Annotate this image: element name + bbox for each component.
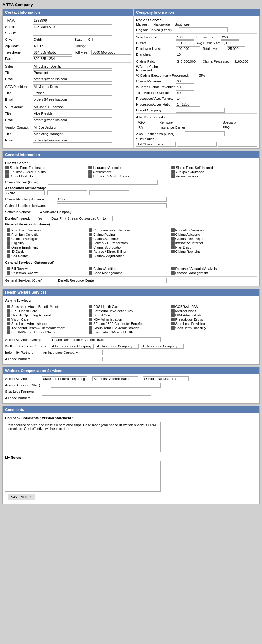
branches-value[interactable]: 10	[176, 52, 188, 57]
company-comments-textarea[interactable]	[5, 422, 161, 452]
checkbox[interactable]	[7, 309, 10, 313]
telephone-value[interactable]: 614-555-55555	[33, 50, 72, 55]
checkbox[interactable]	[89, 318, 92, 321]
checkbox[interactable]	[89, 271, 92, 275]
checkbox[interactable]	[171, 166, 175, 169]
employees-value[interactable]: 250	[221, 35, 239, 40]
bonded-value[interactable]: Yes	[36, 216, 48, 221]
title4-value[interactable]: Marketing Manager	[33, 131, 112, 136]
checkbox[interactable]	[5, 166, 9, 169]
sw-vendor-value[interactable]: A Software Company	[39, 210, 148, 214]
checkbox[interactable]	[7, 233, 10, 236]
partner-2[interactable]: An Insurance Company	[96, 344, 139, 349]
checkbox[interactable]	[7, 318, 10, 321]
checkbox[interactable]	[7, 245, 10, 249]
title2-value[interactable]: Owner	[33, 91, 112, 96]
checkbox[interactable]	[171, 322, 175, 325]
partner-1[interactable]: A Life Insurance Company	[51, 344, 94, 349]
checkbox[interactable]	[7, 326, 10, 330]
save-notes-button[interactable]: SAVE NOTES	[8, 494, 35, 500]
checkbox[interactable]	[171, 241, 175, 245]
city-value[interactable]: Dublin	[33, 37, 72, 42]
partner-3[interactable]: An Insurance Company	[141, 344, 184, 349]
checkbox[interactable]	[171, 271, 175, 275]
checkbox[interactable]	[89, 309, 92, 313]
checkbox[interactable]	[7, 250, 10, 253]
wcomp-rev-value[interactable]: $0	[176, 85, 194, 89]
wc-service-2[interactable]: Stop Loss Administration	[92, 376, 138, 381]
subsidiary-1[interactable]: 1st Choice Texas	[136, 142, 176, 147]
email2-value[interactable]: orders@freeerisa.com	[33, 97, 112, 102]
hardware-value[interactable]	[57, 203, 167, 208]
avg-client-value[interactable]: 1,000	[221, 40, 239, 45]
checkbox[interactable]	[89, 305, 92, 308]
checkbox[interactable]	[89, 241, 92, 245]
vendor-value[interactable]: Mr Joe Jackson	[33, 125, 112, 130]
checkbox[interactable]	[171, 309, 175, 313]
checkbox[interactable]	[7, 237, 10, 241]
claims-processed-value[interactable]: $180,000	[233, 59, 257, 64]
checkbox[interactable]	[89, 267, 92, 270]
also-functions-other-value[interactable]	[185, 131, 225, 136]
checkbox[interactable]	[89, 237, 92, 241]
checkbox[interactable]	[171, 233, 175, 236]
checkbox[interactable]	[88, 174, 92, 178]
checkbox[interactable]	[7, 322, 10, 325]
vp-value[interactable]: Ms Jane J. Johnson	[33, 105, 112, 110]
checkbox[interactable]	[171, 228, 175, 232]
email1-value[interactable]: orders@freeerisa.com	[33, 77, 112, 82]
checkbox[interactable]	[7, 267, 10, 270]
assoc-value-2[interactable]	[47, 190, 87, 195]
year-founded-value[interactable]: 1990	[176, 35, 194, 40]
title3-value[interactable]: Vice President	[33, 111, 112, 116]
clients-value[interactable]: 1,000	[176, 40, 194, 45]
ceo-value[interactable]: Ms James Does	[33, 84, 112, 89]
hw-admin-other-value[interactable]: Health Reimbursment Administration	[51, 337, 161, 342]
checkbox[interactable]	[171, 267, 175, 270]
hw-alliance-value[interactable]	[42, 357, 103, 361]
emp-lives-value[interactable]: 100,000	[176, 46, 200, 51]
tollfree-value[interactable]: 8000-555-5555	[91, 50, 131, 55]
wc-service-1[interactable]: State and Federal Reporting	[42, 376, 87, 381]
total-lives-value[interactable]: 25,000	[227, 46, 245, 51]
checkbox[interactable]	[89, 330, 92, 334]
fax-value[interactable]: 800-555-1234	[33, 56, 72, 61]
checkbox[interactable]	[5, 170, 9, 174]
assoc-value-3[interactable]	[89, 190, 129, 195]
pct-electronic-value[interactable]: 35%	[197, 73, 215, 78]
checkbox[interactable]	[171, 326, 175, 330]
wc-admin-other-value[interactable]	[51, 383, 161, 388]
checkbox[interactable]	[89, 245, 92, 249]
gen-services-other-value[interactable]: Benefit Resource Center	[57, 278, 167, 283]
checkbox[interactable]	[89, 322, 92, 325]
checkbox[interactable]	[7, 313, 10, 317]
checkbox[interactable]	[89, 313, 92, 317]
subsidiary-2[interactable]	[177, 142, 217, 147]
checkbox[interactable]	[89, 254, 92, 258]
checkbox[interactable]	[171, 305, 175, 308]
my-notes-textarea[interactable]	[5, 461, 161, 492]
state-value[interactable]: OH	[87, 37, 105, 42]
street2-value[interactable]	[33, 31, 112, 36]
clients-other-value[interactable]	[48, 180, 158, 185]
claims-paid-value[interactable]: $40,000,000	[176, 59, 200, 64]
tpa-value[interactable]: 1999999	[33, 18, 72, 23]
checkbox[interactable]	[171, 318, 175, 321]
checkbox[interactable]	[171, 313, 175, 317]
checkbox[interactable]	[89, 233, 92, 236]
assoc-value[interactable]: SPBA	[5, 190, 45, 195]
checkbox[interactable]	[171, 237, 175, 241]
county-value[interactable]	[90, 44, 129, 48]
title1-value[interactable]: President	[33, 70, 112, 75]
street-value[interactable]: 123 Main Street	[33, 24, 112, 29]
checkbox[interactable]	[7, 305, 10, 308]
checkbox[interactable]	[7, 271, 10, 275]
checkbox[interactable]	[7, 254, 10, 258]
proc-lives-value[interactable]: 1 - 1250	[176, 102, 200, 107]
checkbox[interactable]	[171, 170, 175, 174]
checkbox[interactable]	[5, 174, 9, 178]
regions-other-value[interactable]	[179, 27, 228, 32]
wcomp-value[interactable]	[176, 66, 215, 71]
data-print-value[interactable]: No	[101, 216, 113, 221]
checkbox[interactable]	[171, 245, 175, 249]
